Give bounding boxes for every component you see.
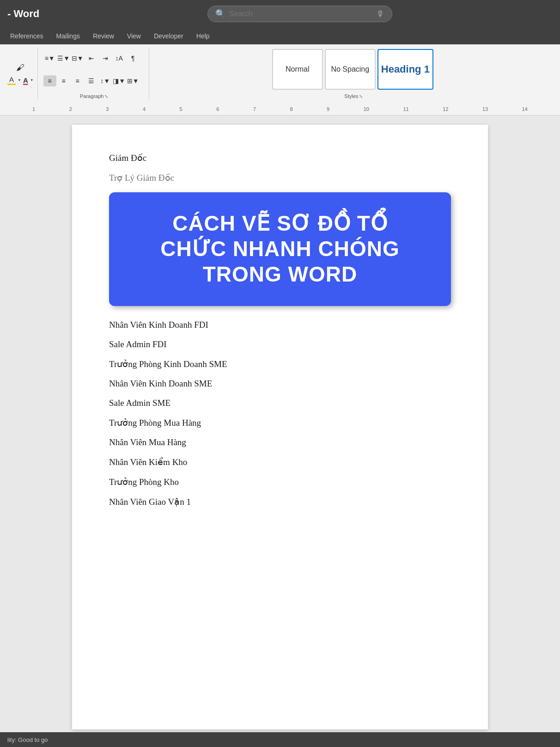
ruler-mark-8: 8: [290, 106, 292, 112]
microphone-icon[interactable]: 🎙: [376, 9, 384, 19]
line-spacing-button[interactable]: ↕▼: [99, 75, 112, 86]
align-right-button[interactable]: ≡: [71, 75, 84, 86]
banner-overlay: CÁCH VẼ SƠ ĐỒ TỔ CHỨC NHANH CHÓNG TRONG …: [109, 192, 451, 306]
tab-view[interactable]: View: [121, 30, 147, 43]
tab-review[interactable]: Review: [86, 30, 121, 43]
ribbon-group-lists: ≡▼ ☰▼ ⊟▼ ⇤ ⇥ ↕A ¶: [40, 47, 149, 100]
format-painter-button[interactable]: 🖌: [14, 62, 27, 73]
bullet-list-icon: ≡: [45, 55, 49, 62]
sort-icon: ↕A: [116, 55, 123, 62]
banner-text-line3: TRONG WORD: [132, 262, 428, 287]
document-page: Giám Đốc Trợ Lý Giám Đốc CÁCH VẼ SƠ ĐỒ T…: [72, 125, 488, 729]
styles-label-text: Styles: [344, 93, 358, 99]
style-normal-button[interactable]: Normal: [272, 49, 323, 90]
ruler-mark-12: 12: [443, 106, 448, 112]
shading-button[interactable]: ◨▼: [113, 75, 126, 86]
ruler-mark-9: 9: [327, 106, 329, 112]
style-normal-preview: Normal: [286, 65, 310, 73]
numbered-list-icon: ☰: [57, 55, 63, 62]
numbered-list-button[interactable]: ☰▼: [57, 53, 70, 64]
styles-container: Normal No Spacing Heading 1: [270, 47, 437, 92]
banner-text-line1: CÁCH VẼ SƠ ĐỒ TỔ: [132, 211, 428, 236]
tab-references[interactable]: References: [4, 30, 50, 43]
list-item: Sale Admin SME: [109, 398, 451, 408]
highlight-bar: [7, 84, 16, 85]
style-heading-button[interactable]: Heading 1: [377, 49, 433, 90]
list-item: Trưởng Phòng Kho: [109, 477, 451, 487]
style-nospacing-button[interactable]: No Spacing: [325, 49, 376, 90]
align-right-icon: ≡: [76, 77, 79, 85]
ruler-mark-5: 5: [180, 106, 183, 112]
list-item: Nhân Viên Giao Vận 1: [109, 496, 451, 507]
font-color-dropdown-arrow[interactable]: ▼: [30, 78, 34, 82]
tab-mailings[interactable]: Mailings: [50, 30, 86, 43]
multilevel-list-button[interactable]: ⊟▼: [71, 53, 84, 64]
ribbon-tabs: References Mailings Review View Develope…: [0, 28, 560, 44]
tab-developer[interactable]: Developer: [147, 30, 190, 43]
borders-icon: ⊞: [127, 77, 133, 85]
ruler-mark-11: 11: [403, 106, 408, 112]
ruler-mark-10: 10: [364, 106, 369, 112]
list-item: Sale Admin FDI: [109, 339, 451, 349]
align-center-button[interactable]: ≡: [57, 75, 70, 86]
show-marks-button[interactable]: ¶: [127, 53, 140, 64]
line-spacing-icon: ↕: [100, 77, 103, 85]
list-item: Nhân Viên Kinh Doanh SME: [109, 379, 451, 389]
list-item: Giám Đốc: [109, 153, 451, 163]
styles-expand-icon[interactable]: ⤡: [359, 94, 363, 99]
decrease-indent-icon: ⇤: [89, 55, 94, 62]
document-area: Giám Đốc Trợ Lý Giám Đốc CÁCH VẼ SƠ ĐỒ T…: [0, 116, 560, 739]
highlight-wrapper: A: [7, 75, 16, 85]
search-input[interactable]: [229, 10, 372, 18]
ribbon-group-font: 🖌 A ▼ A ▼: [4, 47, 38, 100]
borders-button[interactable]: ⊞▼: [127, 75, 140, 86]
decrease-indent-button[interactable]: ⇤: [85, 53, 98, 64]
list-item: Trợ Lý Giám Đốc: [109, 172, 451, 183]
ruler-mark-1: 1: [32, 106, 35, 112]
styles-group-label: Styles ⤡: [344, 92, 363, 100]
list-item: Nhân Viên Kiểm Kho: [109, 457, 451, 467]
ruler-mark-14: 14: [522, 106, 528, 112]
font-color-letter: A: [23, 76, 28, 84]
list-item: Trưởng Phòng Mua Hàng: [109, 417, 451, 428]
list-item: Nhân Viên Mua Hàng: [109, 437, 451, 447]
list-item: Trưởng Phòng Kinh Doanh SME: [109, 359, 451, 369]
list-item: Nhân Viên Kinh Doanh FDI: [109, 320, 451, 330]
shading-icon: ◨: [113, 77, 119, 85]
ruler-mark-7: 7: [253, 106, 256, 112]
ribbon-group-styles: Normal No Spacing Heading 1 Styles ⤡: [151, 47, 556, 100]
tab-help[interactable]: Help: [190, 30, 216, 43]
status-text: lity: Good to go: [7, 736, 48, 743]
paragraph-expand-icon[interactable]: ⤡: [104, 94, 108, 99]
title-bar: - Word 🔍 🎙: [0, 0, 560, 28]
ruler-mark-3: 3: [106, 106, 109, 112]
ruler-mark-2: 2: [69, 106, 72, 112]
search-icon: 🔍: [215, 9, 225, 19]
highlight-icon: A: [9, 75, 14, 83]
increase-indent-button[interactable]: ⇥: [99, 53, 112, 64]
font-color-wrapper: A: [23, 76, 28, 84]
paragraph-mark-icon: ¶: [131, 55, 135, 62]
justify-icon: ☰: [88, 77, 94, 85]
increase-indent-icon: ⇥: [103, 55, 108, 62]
align-left-icon: ≡: [48, 77, 52, 85]
banner-text-line2: CHỨC NHANH CHÓNG: [132, 236, 428, 262]
ribbon-content: 🖌 A ▼ A ▼ ≡▼: [0, 44, 560, 103]
ruler-mark-13: 13: [482, 106, 488, 112]
highlight-dropdown-arrow[interactable]: ▼: [18, 78, 21, 82]
sort-button[interactable]: ↕A: [113, 53, 126, 64]
status-bar: lity: Good to go: [0, 732, 560, 747]
align-left-button[interactable]: ≡: [43, 75, 56, 86]
justify-button[interactable]: ☰: [85, 75, 98, 86]
bullet-list-button[interactable]: ≡▼: [43, 53, 56, 64]
ruler-mark-4: 4: [143, 106, 146, 112]
app-title: - Word: [7, 8, 39, 20]
style-nospacing-preview: No Spacing: [331, 65, 369, 73]
ruler: 1 2 3 4 5 6 7 8 9 10 11 12 13 14: [0, 103, 560, 116]
multilevel-list-icon: ⊟: [72, 55, 77, 62]
search-box[interactable]: 🔍 🎙: [207, 6, 392, 22]
paragraph-group-label: Paragraph ⤡: [80, 92, 108, 100]
style-heading-preview: Heading 1: [381, 63, 430, 75]
ruler-numbers: 1 2 3 4 5 6 7 8 9 10 11 12 13 14: [28, 106, 532, 112]
ruler-mark-6: 6: [216, 106, 219, 112]
